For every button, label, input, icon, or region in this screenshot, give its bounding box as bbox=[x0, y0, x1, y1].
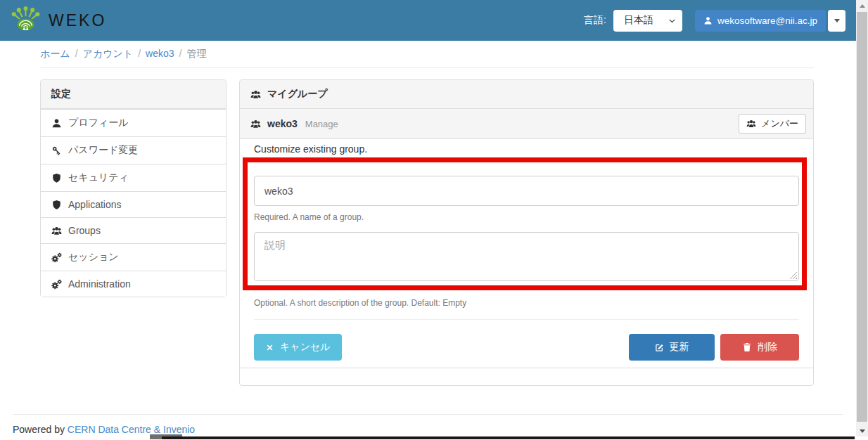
chevron-down-icon bbox=[668, 16, 677, 25]
members-button[interactable]: メンバー bbox=[739, 114, 806, 134]
cancel-button-label: キャンセル bbox=[280, 341, 331, 354]
user-email: wekosoftware@nii.ac.jp bbox=[717, 15, 817, 26]
vertical-scrollbar[interactable] bbox=[856, 0, 868, 436]
cogs-icon bbox=[51, 279, 62, 290]
cogs-icon bbox=[51, 252, 62, 263]
sidebar-item-administration[interactable]: Administration bbox=[41, 271, 226, 297]
settings-sidebar: 設定 プロフィール パスワード変更 セキュリティ Applications Gr… bbox=[40, 79, 226, 297]
user-menu-button[interactable]: wekosoftware@nii.ac.jp bbox=[695, 10, 826, 32]
users-icon bbox=[250, 119, 261, 129]
weko-logo-icon bbox=[11, 6, 40, 35]
x-icon bbox=[265, 343, 274, 352]
sidebar-item-label: Applications bbox=[68, 199, 122, 210]
breadcrumb-link-home[interactable]: ホーム bbox=[40, 48, 70, 59]
users-icon bbox=[746, 119, 756, 129]
user-menu-caret-button[interactable] bbox=[828, 10, 845, 32]
panel-footer-space bbox=[240, 368, 813, 385]
footer-powered-by: Powered by bbox=[13, 424, 68, 435]
update-button[interactable]: 更新 bbox=[629, 334, 715, 361]
edit-icon bbox=[655, 343, 664, 352]
brand-title: WEKO bbox=[49, 11, 106, 30]
footer-invenio-link[interactable]: CERN Data Centre & Invenio bbox=[68, 424, 195, 435]
group-name: weko3 bbox=[267, 118, 298, 129]
group-form: Customize existing group. Required. A na… bbox=[240, 143, 813, 368]
sidebar-item-sessions[interactable]: セッション bbox=[41, 243, 226, 271]
language-select[interactable]: 日本語 bbox=[613, 10, 682, 32]
sidebar-header: 設定 bbox=[41, 80, 226, 109]
scrollbar-thumb[interactable] bbox=[857, 12, 867, 422]
breadcrumb: ホーム/アカウント/weko3/管理 bbox=[40, 48, 814, 68]
language-selected-value: 日本語 bbox=[624, 14, 653, 27]
users-icon bbox=[250, 89, 261, 100]
panel-title: マイグループ bbox=[267, 88, 328, 101]
sidebar-item-security[interactable]: セキュリティ bbox=[41, 164, 226, 191]
user-icon bbox=[51, 118, 62, 129]
description-help-text: Optional. A short description of the gro… bbox=[254, 298, 799, 308]
users-icon bbox=[51, 226, 62, 236]
top-navbar: WEKO 言語: 日本語 wekosoftware@nii.ac.jp bbox=[0, 0, 868, 41]
sidebar-item-label: Groups bbox=[68, 225, 101, 236]
user-icon bbox=[703, 16, 713, 25]
members-button-label: メンバー bbox=[761, 117, 798, 130]
trash-icon bbox=[742, 342, 752, 352]
screen-edge-bar bbox=[162, 436, 855, 439]
sidebar-item-groups[interactable]: Groups bbox=[41, 217, 226, 243]
update-button-label: 更新 bbox=[670, 341, 689, 354]
sidebar-item-profile[interactable]: プロフィール bbox=[41, 109, 226, 136]
sidebar-item-label: セッション bbox=[68, 251, 119, 264]
sidebar-item-label: Administration bbox=[68, 278, 131, 290]
cancel-button[interactable]: キャンセル bbox=[254, 334, 342, 361]
weko-account-page: WEKO 言語: 日本語 wekosoftware@nii.ac.jp ホーム/… bbox=[0, 0, 868, 440]
breadcrumb-link-weko3[interactable]: weko3 bbox=[146, 48, 174, 59]
sidebar-item-password[interactable]: パスワード変更 bbox=[41, 136, 226, 164]
brand[interactable]: WEKO bbox=[11, 6, 106, 35]
sidebar-item-label: プロフィール bbox=[68, 117, 129, 129]
shield-icon bbox=[51, 200, 62, 210]
breadcrumb-separator: / bbox=[138, 48, 141, 59]
breadcrumb-link-account[interactable]: アカウント bbox=[83, 48, 134, 59]
manage-badge: Manage bbox=[305, 119, 338, 129]
caret-down-icon bbox=[834, 19, 840, 25]
group-name-input[interactable] bbox=[254, 176, 799, 206]
breadcrumb-current: 管理 bbox=[186, 48, 206, 59]
delete-button-label: 削除 bbox=[758, 341, 777, 354]
triangle-up-icon bbox=[860, 1, 865, 8]
my-groups-panel: マイグループ weko3 Manage メンバー Customize exist… bbox=[239, 79, 814, 386]
form-description: Customize existing group. bbox=[254, 143, 799, 155]
my-groups-panel-heading: マイグループ bbox=[240, 80, 813, 109]
group-description-textarea[interactable] bbox=[254, 232, 799, 281]
sidebar-item-label: セキュリティ bbox=[68, 172, 129, 184]
sidebar-item-applications[interactable]: Applications bbox=[41, 191, 226, 217]
name-help-text: Required. A name of a group. bbox=[254, 212, 799, 222]
group-panel-heading: weko3 Manage メンバー bbox=[240, 109, 813, 139]
sidebar-item-label: パスワード変更 bbox=[68, 144, 138, 157]
breadcrumb-separator: / bbox=[75, 48, 78, 59]
scrollbar-down-arrow[interactable] bbox=[856, 425, 868, 436]
triangle-down-icon bbox=[860, 429, 865, 436]
language-label: 言語: bbox=[584, 14, 606, 27]
form-divider bbox=[254, 319, 799, 320]
shield-icon bbox=[51, 173, 62, 183]
scrollbar-up-arrow[interactable] bbox=[856, 0, 868, 11]
key-icon bbox=[51, 145, 62, 156]
delete-button[interactable]: 削除 bbox=[720, 334, 799, 361]
breadcrumb-separator: / bbox=[179, 48, 182, 59]
